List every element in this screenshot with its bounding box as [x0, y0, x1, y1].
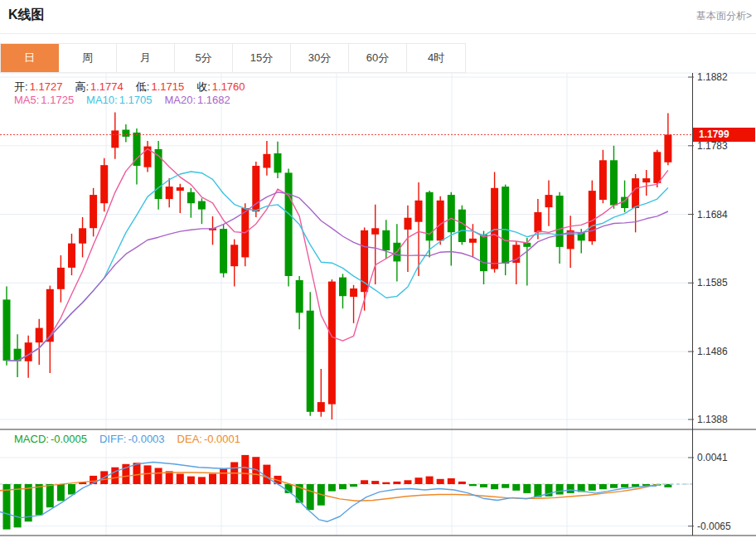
price-axis-label: 1.1882 — [697, 71, 728, 83]
close-label: 收: — [196, 80, 211, 93]
macd-axis-label: -0.0065 — [697, 521, 731, 532]
price-axis-label: 1.1684 — [697, 209, 728, 221]
ma10-label: MA10: — [86, 94, 118, 106]
ma5-label: MA5: — [14, 94, 39, 106]
low-value: 1.1715 — [151, 80, 184, 93]
price-axis-label: 1.1388 — [697, 414, 728, 425]
current-price-tag: 1.1799 — [693, 128, 755, 142]
ma-legend: MA5:1.1725MA10:1.1705MA20:1.1682 — [14, 94, 243, 106]
ohlc-legend: 开:1.1727高:1.1774低:1.1715收:1.1760 — [14, 80, 258, 95]
ma10-value: 1.1705 — [119, 94, 153, 106]
open-label: 开: — [14, 80, 28, 93]
high-value: 1.1774 — [90, 80, 124, 93]
dea-label: DEA: — [177, 433, 202, 445]
macd-value: -0.0005 — [51, 433, 87, 445]
diff-value: -0.0003 — [128, 433, 164, 445]
high-label: 高: — [75, 80, 89, 93]
macd-label: MACD: — [14, 433, 49, 445]
ma5-value: 1.1725 — [41, 94, 74, 106]
macd-axis-label: 0.0041 — [697, 452, 728, 463]
diff-label: DIFF: — [99, 433, 127, 445]
price-axis-label: 1.1585 — [697, 277, 728, 288]
kline-widget: K线图 基本面分析> 日周月5分15分30分60分4时 开:1.1727高:1.… — [0, 0, 756, 538]
ma20-value: 1.1682 — [197, 94, 230, 106]
price-axis-label: 1.1783 — [697, 140, 728, 152]
open-value: 1.1727 — [30, 80, 63, 93]
close-value: 1.1760 — [212, 80, 245, 93]
low-label: 低: — [136, 80, 150, 93]
ma20-label: MA20: — [164, 94, 196, 106]
price-axis-label: 1.1486 — [697, 346, 728, 357]
dea-value: -0.0001 — [204, 433, 240, 445]
macd-legend: MACD:-0.0005DIFF:-0.0003DEA:-0.0001 — [14, 433, 253, 445]
